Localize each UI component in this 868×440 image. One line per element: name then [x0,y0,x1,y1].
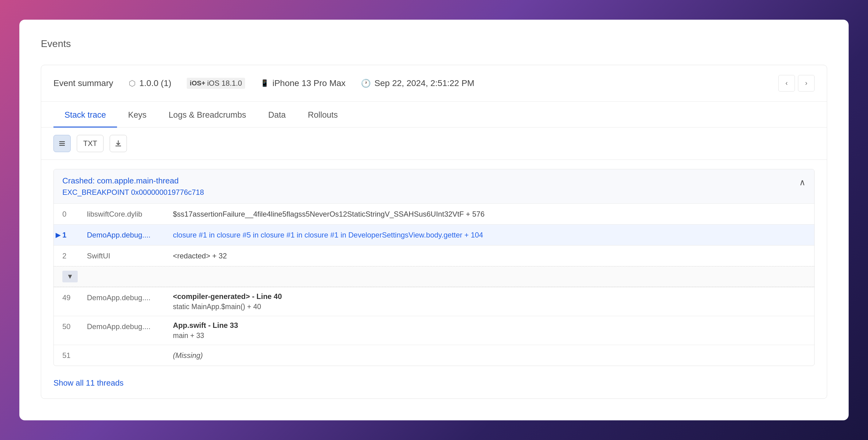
table-row: 49 DemoApp.debug.... <compiler-generated… [54,287,814,316]
frame-function-multi: <compiler-generated> - Line 40 static Ma… [173,292,806,311]
frame-function: closure #1 in closure #5 in closure #1 i… [173,231,806,239]
expand-collapsed-button[interactable]: ▼ [62,271,78,282]
table-row: 2 SwiftUI <redacted> + 32 [54,245,814,266]
frame-number: 0 [62,210,87,218]
version-item: ⬡ 1.0.0 (1) [129,78,172,88]
tab-stack-trace[interactable]: Stack trace [54,102,117,127]
download-button[interactable] [110,135,127,152]
ios-badge: iOS+ iOS 18.1.0 [187,78,245,89]
frame-function-multi: App.swift - Line 33 main + 33 [173,321,806,340]
ios-icon: iOS+ [190,79,206,87]
collapse-button[interactable]: ∧ [799,177,806,187]
frame-func-line2: main + 33 [173,331,806,340]
frame-library: DemoApp.debug.... [87,231,173,239]
frame-number: 51 [62,351,87,360]
thread-header-text: Crashed: com.apple.main-thread EXC_BREAK… [62,176,204,197]
frame-library: DemoApp.debug.... [87,321,173,331]
frame-function: $ss17assertionFailure__4file4line5flagss… [173,210,806,218]
events-label: Events [41,38,827,50]
tabs-bar: Stack trace Keys Logs & Breadcrumbs Data… [41,102,827,127]
frame-library: SwiftUI [87,252,173,260]
frame-number: 1 [62,231,87,239]
frame-function: (Missing) [173,351,806,360]
frame-func-line1: <compiler-generated> - Line 40 [173,292,806,301]
timestamp-label: Sep 22, 2024, 2:51:22 PM [374,78,474,88]
tab-rollouts[interactable]: Rollouts [297,102,349,127]
event-summary-item: Event summary [54,78,113,88]
tab-logs-breadcrumbs[interactable]: Logs & Breadcrumbs [158,102,257,127]
txt-view-button[interactable]: TXT [77,135,103,152]
ios-item: iOS+ iOS 18.1.0 [187,78,245,89]
device-item: 📱 iPhone 13 Pro Max [260,78,345,88]
event-summary-label: Event summary [54,78,113,88]
prev-nav-button[interactable]: ‹ [778,75,795,92]
device-label: iPhone 13 Pro Max [273,78,345,88]
frame-number: 49 [62,292,87,302]
frame-func-line1: App.swift - Line 33 [173,321,806,330]
timestamp-item: 🕐 Sep 22, 2024, 2:51:22 PM [361,78,474,88]
collapsed-frames-row[interactable]: ▼ [54,266,814,287]
frame-library: DemoApp.debug.... [87,292,173,302]
show-all-threads-link[interactable]: Show all 11 threads [54,375,123,389]
frame-number: 50 [62,321,87,331]
table-row: 0 libswiftCore.dylib $ss17assertionFailu… [54,203,814,224]
stack-content: Crashed: com.apple.main-thread EXC_BREAK… [41,160,827,399]
main-window: Events Event summary ⬡ 1.0.0 (1) iOS+ iO… [19,20,849,420]
ios-label: iOS 18.1.0 [207,79,242,88]
tab-keys[interactable]: Keys [117,102,158,127]
version-icon: ⬡ [129,79,136,88]
version-label: 1.0.0 (1) [140,78,172,88]
frame-func-line2: static MainApp.$main() + 40 [173,303,806,311]
thread-header[interactable]: Crashed: com.apple.main-thread EXC_BREAK… [54,169,814,203]
card-header: Event summary ⬡ 1.0.0 (1) iOS+ iOS 18.1.… [41,65,827,102]
clock-icon: 🕐 [361,79,371,88]
arrow-indicator: ▶ [56,231,61,239]
thread-crashed-label: Crashed: com.apple.main-thread [62,176,204,185]
next-nav-button[interactable]: › [798,75,814,92]
table-row: ▶ 1 DemoApp.debug.... closure #1 in clos… [54,224,814,245]
list-view-button[interactable] [54,135,71,152]
thread-block: Crashed: com.apple.main-thread EXC_BREAK… [54,169,814,366]
header-nav: ‹ › [778,75,814,92]
toolbar: TXT [41,127,827,160]
device-icon: 📱 [260,79,269,87]
thread-exc-label: EXC_BREAKPOINT 0x000000019776c718 [62,188,204,197]
frame-function: <redacted> + 32 [173,252,806,260]
event-card: Event summary ⬡ 1.0.0 (1) iOS+ iOS 18.1.… [41,65,827,399]
table-row: 50 DemoApp.debug.... App.swift - Line 33… [54,316,814,345]
table-row: 51 (Missing) [54,345,814,365]
frame-library: libswiftCore.dylib [87,210,173,218]
frame-number: 2 [62,252,87,260]
tab-data[interactable]: Data [257,102,297,127]
